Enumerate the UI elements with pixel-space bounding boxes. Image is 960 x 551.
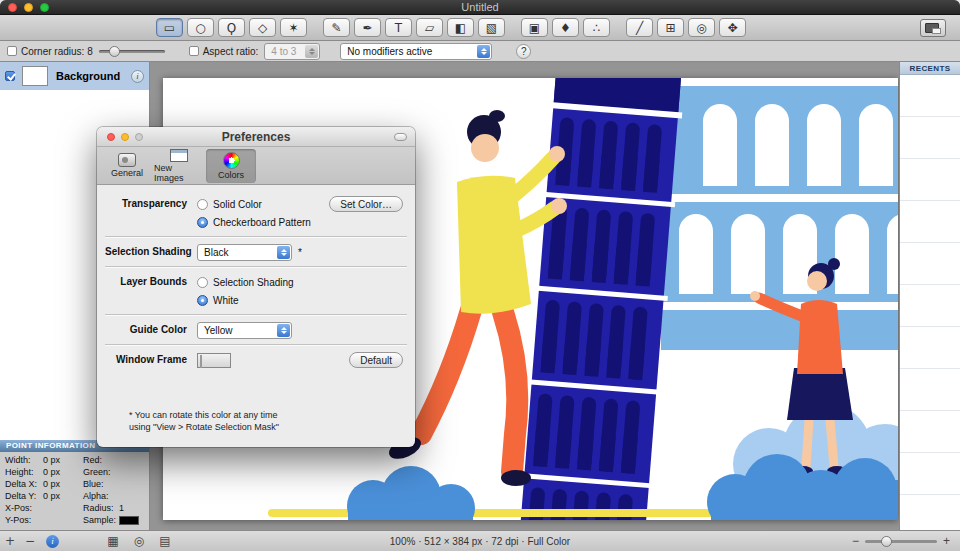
preferences-close-button[interactable] [107, 133, 115, 141]
tool-group: ╱⊞◎✥ [626, 18, 746, 37]
solid-color-radio[interactable] [197, 199, 208, 210]
preferences-title-bar: Preferences [97, 127, 415, 147]
eyedropper-tool[interactable]: ╱ [626, 18, 653, 37]
clone-stamp-tool[interactable]: ▣ [521, 18, 548, 37]
tab-general[interactable]: General [102, 149, 152, 183]
selection-shading-row: Selection Shading Black * [97, 243, 415, 261]
layer-bounds-white-label: White [213, 295, 239, 306]
move-tool[interactable]: ✥ [719, 18, 746, 37]
preferences-zoom-button[interactable] [135, 133, 143, 141]
app-window: Untitled ▭○Ϙ◇✶✎✒T▱◧▧▣♦∴╱⊞◎✥ Corner radiu… [0, 0, 960, 551]
layer-bounds-row: Layer Bounds Selection Shading White [97, 273, 415, 309]
ellipse-select-tool[interactable]: ○ [187, 18, 214, 37]
leaning-tower [516, 78, 685, 520]
recents-row [900, 75, 960, 117]
point-info-l1: Height: [5, 467, 43, 477]
point-info-v1: 0 px [43, 467, 83, 477]
set-color-button[interactable]: Set Color… [329, 196, 403, 212]
zoom-slider-minus[interactable]: − [852, 534, 859, 548]
selection-shading-value: Black [204, 247, 228, 258]
lasso-tool[interactable]: Ϙ [218, 18, 245, 37]
zoom-tool[interactable]: ◎ [688, 18, 715, 37]
sample-swatch [119, 516, 139, 525]
zoom-slider-plus[interactable]: + [943, 534, 950, 548]
help-button[interactable]: ? [516, 44, 531, 59]
layer-name: Background [56, 70, 120, 82]
point-info-v2 [119, 491, 149, 501]
point-info-grid: Width:0 pxRed:Height:0 pxGreen:Delta X:0… [0, 452, 149, 525]
separator [105, 314, 407, 316]
popup-arrows-icon [277, 246, 290, 259]
window-frame-colorwell[interactable] [197, 353, 231, 368]
point-information-panel: POINT INFORMATION Width:0 pxRed:Height:0… [0, 440, 150, 530]
guide-color-row: Guide Color Yellow [97, 321, 415, 339]
document-info-text: 100% · 512 × 384 px · 72 dpi · Full Colo… [0, 536, 960, 547]
layer-thumbnail[interactable] [22, 66, 48, 86]
modifiers-popup[interactable]: No modifiers active [340, 43, 492, 60]
corner-radius-checkbox[interactable] [7, 46, 17, 56]
smudge-tool[interactable]: ♦ [552, 18, 579, 37]
brush-tool[interactable]: ✒ [354, 18, 381, 37]
tool-group: ✎✒T▱◧▧ [323, 18, 505, 37]
separator [105, 266, 407, 268]
point-info-l2: Radius: [83, 503, 119, 513]
guide-color-value: Yellow [204, 325, 233, 336]
zoom-slider[interactable] [865, 536, 937, 547]
effects-tool[interactable]: ∴ [583, 18, 610, 37]
aspect-ratio-checkbox[interactable] [189, 46, 199, 56]
layer-bounds-shading-radio[interactable] [197, 277, 208, 288]
separator [105, 236, 407, 238]
point-info-v2 [119, 455, 149, 465]
crop-tool[interactable]: ⊞ [657, 18, 684, 37]
separator [105, 344, 407, 346]
tool-bar: ▭○Ϙ◇✶✎✒T▱◧▧▣♦∴╱⊞◎✥ [0, 15, 960, 41]
recents-row [900, 117, 960, 159]
layer-bounds-white-radio[interactable] [197, 295, 208, 306]
corner-radius-slider[interactable] [99, 46, 165, 57]
status-bar: + − i ▦ ◎ ▤ 100% · 512 × 384 px · 72 dpi… [0, 530, 960, 551]
modifiers-value: No modifiers active [347, 46, 432, 57]
bucket-tool[interactable]: ◧ [447, 18, 474, 37]
pencil-tool[interactable]: ✎ [323, 18, 350, 37]
polygon-select-tool[interactable]: ◇ [249, 18, 276, 37]
zoom-slider-group: − + [852, 534, 960, 548]
toolbar-toggle-button[interactable] [394, 133, 407, 141]
footnote-line-2: using "View > Rotate Selection Mask" [129, 421, 415, 433]
recents-row [900, 327, 960, 369]
layer-bounds-label: Layer Bounds [105, 273, 197, 309]
point-info-v2: 1 [119, 503, 149, 513]
transparency-row: Transparency Solid Color Set Color… Chec… [97, 195, 415, 231]
point-info-v1: 0 px [43, 455, 83, 465]
point-info-v2 [119, 479, 149, 489]
layer-visibility-checkbox[interactable] [5, 71, 15, 81]
tab-new-images[interactable]: New Images [154, 149, 204, 183]
recents-row [900, 159, 960, 201]
preferences-toolbar: General New Images Colors [97, 147, 415, 185]
default-button[interactable]: Default [349, 352, 403, 368]
preferences-content: Transparency Solid Color Set Color… Chec… [97, 185, 415, 433]
layer-info-icon[interactable]: i [131, 70, 144, 83]
guide-color-popup[interactable]: Yellow [197, 322, 292, 339]
magic-wand-tool[interactable]: ✶ [280, 18, 307, 37]
tab-colors-label: Colors [218, 170, 244, 180]
preferences-minimize-button[interactable] [121, 133, 129, 141]
preferences-footnote: * You can rotate this color at any time … [129, 409, 415, 433]
text-tool[interactable]: T [385, 18, 412, 37]
eraser-tool[interactable]: ▱ [416, 18, 443, 37]
layer-row-background[interactable]: Background i [0, 62, 149, 90]
aspect-ratio-popup[interactable]: 4 to 3 [264, 43, 320, 60]
rect-select-tool[interactable]: ▭ [156, 18, 183, 37]
float-canvas-button[interactable] [920, 19, 946, 37]
recents-row [900, 411, 960, 453]
recents-row [900, 453, 960, 495]
selection-shading-popup[interactable]: Black [197, 244, 292, 261]
gradient-tool[interactable]: ▧ [478, 18, 505, 37]
preferences-title: Preferences [97, 127, 415, 147]
guide-color-label: Guide Color [105, 321, 197, 339]
recents-row [900, 369, 960, 411]
footnote-line-1: * You can rotate this color at any time [129, 409, 415, 421]
checkerboard-pattern-radio[interactable] [197, 217, 208, 228]
window-frame-label: Window Frame [105, 351, 197, 369]
aspect-ratio-label: Aspect ratio: [203, 46, 259, 57]
tab-colors[interactable]: Colors [206, 149, 256, 183]
